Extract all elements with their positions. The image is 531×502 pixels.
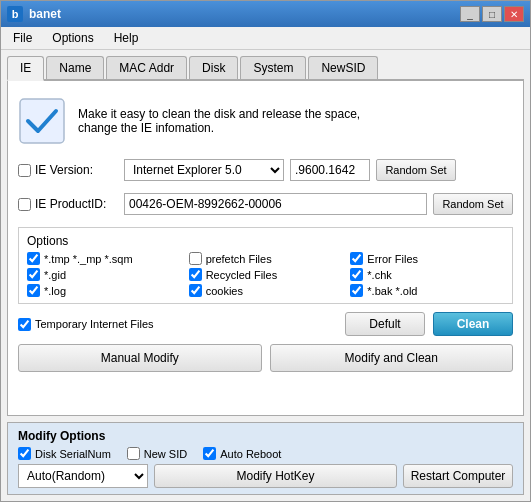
actions-row: Temporary Internet Files Defult Clean xyxy=(18,312,513,336)
title-buttons: _ □ ✕ xyxy=(460,6,524,22)
close-button[interactable]: ✕ xyxy=(504,6,524,22)
app-icon: b xyxy=(7,6,23,22)
tab-ie[interactable]: IE xyxy=(7,56,44,81)
tab-newsid[interactable]: NewSID xyxy=(308,56,378,79)
restart-computer-button[interactable]: Restart Computer xyxy=(403,464,513,488)
title-bar: b banet _ □ ✕ xyxy=(1,1,530,27)
option-error[interactable]: Error Files xyxy=(350,252,504,265)
ie-product-input[interactable] xyxy=(124,193,427,215)
menu-help[interactable]: Help xyxy=(106,29,147,47)
tab-bar: IE Name MAC Addr Disk System NewSID xyxy=(7,56,524,81)
content-area: IE Name MAC Addr Disk System NewSID Make… xyxy=(1,50,530,501)
info-text-line1: Make it easy to clean the disk and relea… xyxy=(78,107,360,121)
modify-and-clean-button[interactable]: Modify and Clean xyxy=(270,344,514,372)
title-bar-left: b banet xyxy=(7,6,61,22)
modify-hotkey-button[interactable]: Modify HotKey xyxy=(154,464,397,488)
modify-options-controls: Auto(Random) Modify HotKey Restart Compu… xyxy=(18,464,513,488)
option-bak[interactable]: *.bak *.old xyxy=(350,284,504,297)
options-section: Options *.tmp *._mp *.sqm prefetch Files… xyxy=(18,227,513,304)
menu-file[interactable]: File xyxy=(5,29,40,47)
ie-version-number: .9600.1642 xyxy=(290,159,370,181)
new-sid-label: New SID xyxy=(144,448,187,460)
ie-version-select[interactable]: Internet Explorer 5.0 xyxy=(124,159,284,181)
menu-bar: File Options Help xyxy=(1,27,530,50)
modify-options-section: Modify Options Disk SerialNum New SID Au… xyxy=(7,422,524,495)
options-title: Options xyxy=(27,234,504,248)
tab-content: Make it easy to clean the disk and relea… xyxy=(7,81,524,416)
large-buttons-row: Manual Modify Modify and Clean xyxy=(18,344,513,372)
ie-product-label: IE ProductID: xyxy=(35,197,106,211)
tab-name[interactable]: Name xyxy=(46,56,104,79)
clean-button[interactable]: Clean xyxy=(433,312,513,336)
temp-internet-label: Temporary Internet Files xyxy=(35,318,154,330)
options-grid: *.tmp *._mp *.sqm prefetch Files Error F… xyxy=(27,252,504,297)
option-prefetch[interactable]: prefetch Files xyxy=(189,252,343,265)
ie-product-random-button[interactable]: Random Set xyxy=(433,193,513,215)
ie-version-checkbox[interactable] xyxy=(18,164,31,177)
ie-version-random-button[interactable]: Random Set xyxy=(376,159,456,181)
ie-product-row: IE ProductID: Random Set xyxy=(18,193,513,215)
auto-reboot-label: Auto Reboot xyxy=(220,448,281,460)
auto-reboot-option[interactable]: Auto Reboot xyxy=(203,447,281,460)
info-section: Make it easy to clean the disk and relea… xyxy=(18,91,513,151)
window-title: banet xyxy=(29,7,61,21)
tab-disk[interactable]: Disk xyxy=(189,56,238,79)
ie-product-label-group: IE ProductID: xyxy=(18,197,118,211)
default-button[interactable]: Defult xyxy=(345,312,425,336)
option-recycled[interactable]: Recycled Files xyxy=(189,268,343,281)
modify-options-title: Modify Options xyxy=(18,429,513,443)
main-window: b banet _ □ ✕ File Options Help IE Name … xyxy=(0,0,531,502)
option-chk[interactable]: *.chk xyxy=(350,268,504,281)
auto-random-select[interactable]: Auto(Random) xyxy=(18,464,148,488)
maximize-button[interactable]: □ xyxy=(482,6,502,22)
info-text-block: Make it easy to clean the disk and relea… xyxy=(78,107,360,135)
disk-serial-option[interactable]: Disk SerialNum xyxy=(18,447,111,460)
ie-version-label: IE Version: xyxy=(35,163,93,177)
option-log[interactable]: *.log xyxy=(27,284,181,297)
temp-internet-option[interactable]: Temporary Internet Files xyxy=(18,318,337,331)
tab-system[interactable]: System xyxy=(240,56,306,79)
minimize-button[interactable]: _ xyxy=(460,6,480,22)
manual-modify-button[interactable]: Manual Modify xyxy=(18,344,262,372)
info-icon xyxy=(18,97,66,145)
ie-version-row: IE Version: Internet Explorer 5.0 .9600.… xyxy=(18,159,513,181)
modify-options-checkboxes: Disk SerialNum New SID Auto Reboot xyxy=(18,447,513,460)
ie-version-label-group: IE Version: xyxy=(18,163,118,177)
option-cookies[interactable]: cookies xyxy=(189,284,343,297)
svg-text:b: b xyxy=(12,8,19,20)
disk-serial-label: Disk SerialNum xyxy=(35,448,111,460)
menu-options[interactable]: Options xyxy=(44,29,101,47)
new-sid-option[interactable]: New SID xyxy=(127,447,187,460)
info-text-line2: change the IE infomation. xyxy=(78,121,360,135)
ie-product-checkbox[interactable] xyxy=(18,198,31,211)
option-tmp[interactable]: *.tmp *._mp *.sqm xyxy=(27,252,181,265)
option-gid[interactable]: *.gid xyxy=(27,268,181,281)
tab-mac-addr[interactable]: MAC Addr xyxy=(106,56,187,79)
